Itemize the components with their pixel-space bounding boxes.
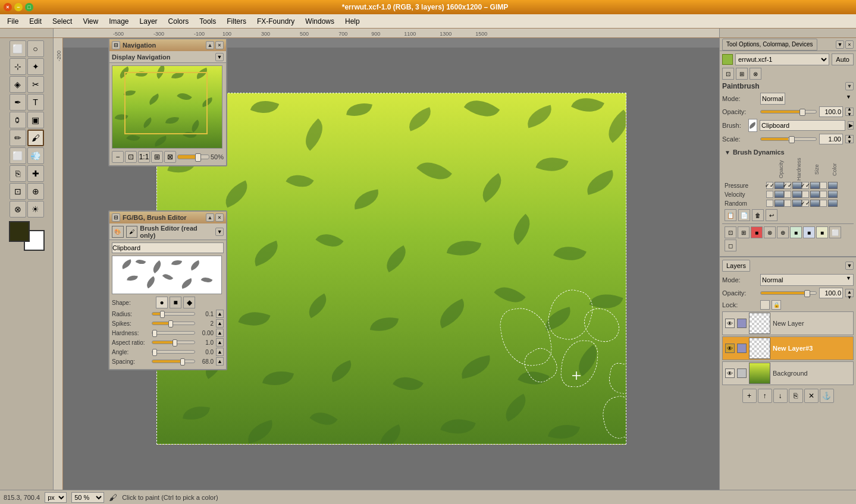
window-controls[interactable]: × − □ [4,3,33,11]
layers-opacity-slider[interactable] [760,291,817,295]
shape-circle-btn[interactable]: ● [156,297,168,308]
scale-spinner[interactable]: ▲▼ [845,135,854,143]
menu-file[interactable]: File [2,16,23,27]
brush-spikes-thumb[interactable] [168,320,173,327]
brush-aspect-inc[interactable]: ▲ [216,338,224,346]
layers-mode-select[interactable]: Normal [760,274,854,286]
mode-select[interactable]: Normal [760,93,785,105]
nav-zoom-thumb[interactable] [195,153,201,162]
paintbrush-options-menu[interactable]: ▼ [845,82,854,90]
bottom-icon-green[interactable]: ■ [790,226,802,238]
layer-eye-2[interactable]: 👁 [725,344,735,353]
bottom-icon-6[interactable]: ◻ [725,240,736,251]
auto-button[interactable]: Auto [832,53,854,65]
layer-eye-3[interactable]: 👁 [725,368,735,378]
nav-dock-btn[interactable]: ⊟ [112,41,120,49]
layer-item-new-layer[interactable]: 👁 New Layer [722,311,854,335]
tool-fuzzy-select[interactable]: ✦ [27,58,44,75]
brush-sub-menu-btn[interactable]: ▼ [215,228,224,236]
pressure-size-check[interactable]: ✓ [802,182,809,189]
brush-spacing-thumb[interactable] [180,358,185,366]
bottom-icon-4[interactable]: ⊕ [777,226,789,238]
brush-close-btn[interactable]: × [215,213,224,222]
shape-diamond-btn[interactable]: ◆ [183,297,195,308]
tool-eraser[interactable]: ⬜ [10,147,26,164]
maximize-button[interactable]: □ [25,3,33,11]
tool-convolve[interactable]: ⊕ [27,183,44,200]
layer-duplicate-btn[interactable]: ⎘ [789,389,803,403]
layers-tab[interactable]: Layers [722,260,750,272]
menu-edit[interactable]: Edit [24,16,46,27]
random-size-check[interactable]: ✓ [802,200,809,207]
brush-spacing-inc[interactable]: ▲ [216,357,224,366]
dynamics-toggle-icon[interactable]: ▼ [725,149,730,156]
dynamics-icon-1[interactable]: 📋 [725,209,736,221]
dynamics-icon-2[interactable]: 📄 [738,209,750,221]
options-icon-2[interactable]: ⊞ [736,68,748,80]
velocity-color-check[interactable] [820,191,827,198]
menu-image[interactable]: Image [104,16,133,27]
brush-expand-btn[interactable]: ▶ [848,121,854,130]
brush-dock-btn[interactable]: ⊟ [112,213,120,222]
tool-clone[interactable]: ⎘ [10,165,26,182]
tool-pencil[interactable]: ✏ [10,130,26,146]
layers-opacity-spinner[interactable]: ▲▼ [845,289,854,297]
bottom-icon-1[interactable]: ⊡ [725,226,736,238]
brush-preview-thumb[interactable] [748,119,757,132]
nav-fit-win[interactable]: ⊞ [151,151,163,163]
brush-hardness-slider[interactable] [152,331,195,335]
nav-zoom-1-1[interactable]: 1:1 [138,151,150,163]
opacity-value[interactable] [819,106,843,117]
shape-square-btn[interactable]: ■ [170,297,181,308]
dock-tab-tool-options[interactable]: Tool Options, Colormap, Devices [722,39,817,51]
brush-name-input[interactable] [760,120,845,131]
opacity-slider[interactable] [760,110,817,114]
pressure-hardness-check[interactable]: ✓ [784,182,791,189]
layer-delete-btn[interactable]: ✕ [804,389,819,403]
random-hardness-check[interactable] [784,200,791,207]
layer-new-btn[interactable]: + [742,389,757,403]
brush-fgbg-tab[interactable]: 🎨 [112,226,124,238]
tool-text[interactable]: T [27,94,44,111]
brush-angle-inc[interactable]: ▲ [216,348,224,356]
nav-panel-titlebar[interactable]: ⊟ Navigation ▲ × [109,39,226,51]
pressure-color-check[interactable] [820,182,827,189]
opacity-thumb[interactable] [799,109,805,116]
layer-anchor-btn[interactable]: ⚓ [820,389,834,403]
right-dock-close-btn[interactable]: × [845,40,854,49]
velocity-hardness-check[interactable] [784,191,791,198]
right-dock-menu-btn[interactable]: ▼ [836,40,844,49]
layers-opacity-value[interactable] [819,288,843,298]
nav-fill-win[interactable]: ⊠ [164,151,176,163]
menu-help[interactable]: Help [340,16,365,27]
layers-panel-menu[interactable]: ▼ [845,262,854,270]
brush-name-field[interactable] [112,242,224,253]
tool-by-color[interactable]: ◈ [10,76,26,93]
tool-free-select[interactable]: ⊹ [10,58,26,75]
brush-panel-titlebar[interactable]: ⊟ FG/BG, Brush Editor ▲ × [109,212,226,223]
brush-aspect-thumb[interactable] [173,339,177,346]
tool-perspective[interactable]: ⊡ [10,183,26,200]
brush-hardness-inc[interactable]: ▲ [216,329,224,337]
brush-radius-slider[interactable] [152,312,195,316]
brush-minimize-btn[interactable]: ▲ [206,213,214,222]
pressure-opacity-check[interactable]: ✓ [766,182,773,189]
dynamics-icon-3[interactable]: 🗑 [752,209,764,221]
brush-angle-slider[interactable] [152,350,195,354]
layer-lower-btn[interactable]: ↓ [773,389,788,403]
lock-alpha-check[interactable] [760,300,770,310]
tool-ellipse-select[interactable]: ○ [27,40,44,57]
menu-view[interactable]: View [78,16,103,27]
fg-bg-colors[interactable] [9,221,45,251]
brush-angle-thumb[interactable] [152,349,157,356]
nav-minimize-btn[interactable]: ▲ [206,41,214,49]
tool-paths[interactable]: ✒ [10,94,26,111]
opacity-spinner[interactable]: ▲▼ [845,108,854,116]
menu-tools[interactable]: Tools [195,16,221,27]
menu-filters[interactable]: Filters [222,16,251,27]
layer-raise-btn[interactable]: ↑ [758,389,772,403]
scale-value[interactable] [819,134,843,144]
random-color-check[interactable] [820,200,827,207]
menu-windows[interactable]: Windows [300,16,339,27]
tool-blend[interactable]: ▣ [27,112,44,128]
